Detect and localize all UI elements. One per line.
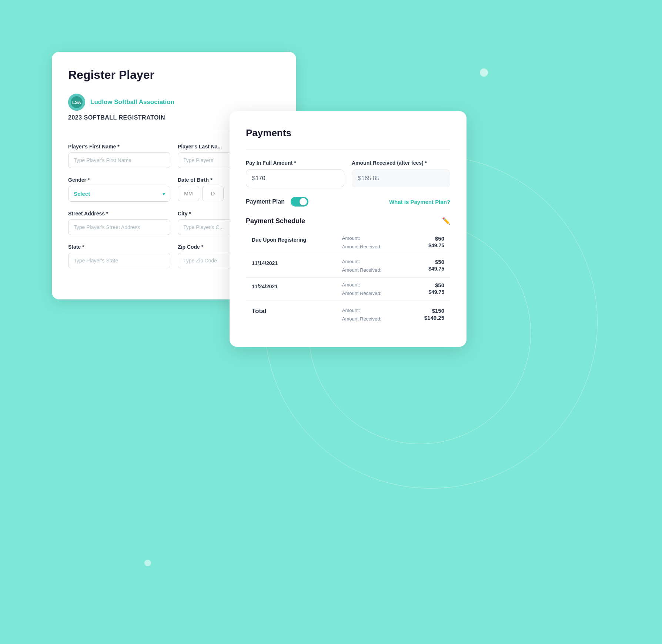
bg-dot-bottom	[144, 560, 151, 566]
schedule-row-label: Total	[246, 301, 336, 329]
payments-title: Payments	[246, 127, 450, 139]
received-label: Amount Received:	[342, 244, 401, 249]
schedule-row: 11/14/2021 Amount: Amount Received: $50 …	[246, 254, 450, 278]
payment-fields-row: Pay In Full Amount * Amount Received (af…	[246, 160, 450, 187]
amount-received-input	[352, 170, 450, 187]
pay-in-full-label: Pay In Full Amount *	[246, 160, 344, 166]
schedule-row-desc: Amount: Amount Received:	[336, 254, 407, 278]
schedule-row-amounts: $50 $49.75	[407, 278, 450, 301]
payment-plan-label: Payment Plan	[246, 198, 285, 205]
amount-label: Amount:	[342, 235, 401, 241]
gender-group: Gender * Select Male Female ▾	[68, 177, 170, 202]
state-group: State *	[68, 244, 170, 268]
svg-text:LSA: LSA	[72, 100, 81, 105]
org-avatar: LSA	[68, 94, 85, 111]
amount-received-label: Amount Received (after fees) *	[352, 160, 450, 166]
schedule-row: Due Upon Registering Amount: Amount Rece…	[246, 231, 450, 254]
received-label: Amount Received:	[342, 316, 401, 322]
amount-label: Amount:	[342, 259, 401, 264]
gender-label: Gender *	[68, 177, 170, 183]
schedule-row-desc: Amount: Amount Received:	[336, 301, 407, 329]
first-name-group: Player's First Name *	[68, 144, 170, 168]
pay-in-full-field: Pay In Full Amount *	[246, 160, 344, 187]
schedule-row: Total Amount: Amount Received: $150 $149…	[246, 301, 450, 329]
gender-select-wrapper: Select Male Female ▾	[68, 186, 170, 202]
what-is-payment-plan-link[interactable]: What is Payment Plan?	[389, 199, 450, 205]
schedule-tbody: Due Upon Registering Amount: Amount Rece…	[246, 231, 450, 328]
first-name-label: Player's First Name *	[68, 144, 170, 150]
received-value: $49.75	[428, 242, 444, 248]
received-value: $49.75	[428, 266, 444, 272]
schedule-row-amounts: $150 $149.25	[407, 301, 450, 329]
payment-plan-toggle[interactable]	[291, 197, 308, 207]
cards-container: Register Player LSA Ludlow Softball Asso…	[52, 52, 533, 444]
amount-value: $150	[432, 308, 444, 314]
payment-plan-left: Payment Plan	[246, 197, 308, 207]
street-label: Street Address *	[68, 211, 170, 217]
schedule-row-label: 11/24/2021	[246, 278, 336, 301]
schedule-table: Due Upon Registering Amount: Amount Rece…	[246, 231, 450, 328]
dob-dd-input[interactable]	[202, 186, 224, 201]
amount-label: Amount:	[342, 282, 401, 288]
schedule-row-label: 11/14/2021	[246, 254, 336, 278]
state-label: State *	[68, 244, 170, 250]
org-row: LSA Ludlow Softball Association	[68, 94, 280, 111]
amount-value: $50	[435, 235, 444, 242]
amount-value: $50	[435, 259, 444, 265]
schedule-row-desc: Amount: Amount Received:	[336, 231, 407, 254]
payment-plan-row: Payment Plan What is Payment Plan?	[246, 197, 450, 207]
amount-value: $50	[435, 282, 444, 288]
schedule-row: 11/24/2021 Amount: Amount Received: $50 …	[246, 278, 450, 301]
street-input[interactable]	[68, 219, 170, 235]
toggle-knob	[300, 198, 307, 205]
gender-select[interactable]: Select Male Female	[68, 186, 170, 202]
pay-in-full-input[interactable]	[246, 170, 344, 187]
register-card-title: Register Player	[68, 68, 280, 82]
received-label: Amount Received:	[342, 291, 401, 296]
first-name-input[interactable]	[68, 152, 170, 168]
payments-divider	[246, 149, 450, 150]
received-value: $49.75	[428, 289, 444, 295]
street-group: Street Address *	[68, 211, 170, 235]
schedule-row-amounts: $50 $49.75	[407, 254, 450, 278]
org-name: Ludlow Softball Association	[90, 98, 174, 106]
amount-received-field: Amount Received (after fees) *	[352, 160, 450, 187]
dob-mm-input[interactable]	[178, 186, 199, 201]
received-label: Amount Received:	[342, 267, 401, 273]
schedule-row-desc: Amount: Amount Received:	[336, 278, 407, 301]
schedule-title: Payment Schedule	[246, 217, 305, 225]
received-value: $149.25	[424, 315, 444, 321]
schedule-row-amounts: $50 $49.75	[407, 231, 450, 254]
amount-label: Amount:	[342, 308, 401, 313]
state-input[interactable]	[68, 253, 170, 268]
schedule-row-label: Due Upon Registering	[246, 231, 336, 254]
payments-card: Payments Pay In Full Amount * Amount Rec…	[230, 111, 467, 347]
schedule-header: Payment Schedule ✏️	[246, 217, 450, 225]
edit-icon[interactable]: ✏️	[442, 217, 450, 225]
